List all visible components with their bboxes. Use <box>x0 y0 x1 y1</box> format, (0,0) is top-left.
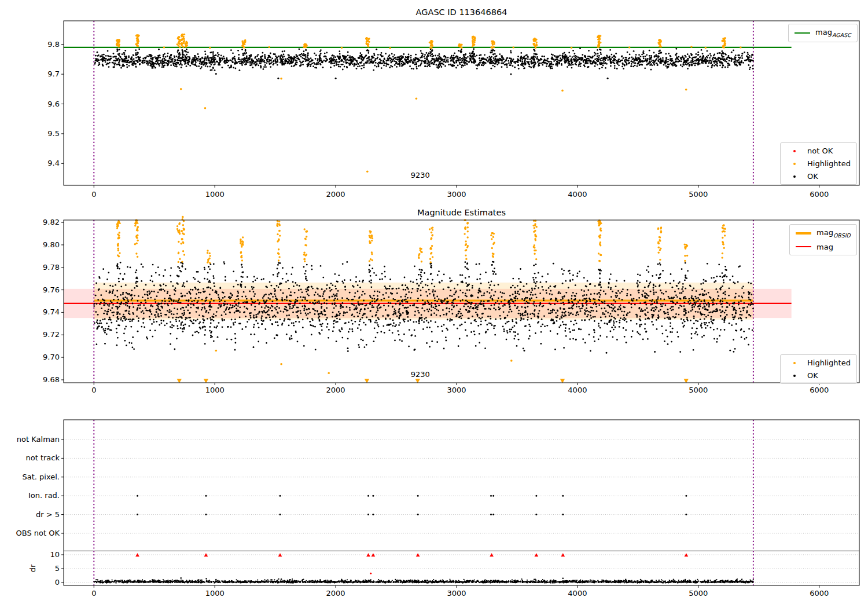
plot3-x-tick-label: 4000 <box>568 589 587 598</box>
mag-obsid-line-swatch <box>796 232 811 235</box>
plot2-y-tick-label: 9.78 <box>25 263 60 272</box>
plot2-x-tick-label: 3000 <box>447 386 466 394</box>
plot3-category-label: Sat. pixel. <box>5 473 60 481</box>
legend-label-ok2: OK <box>807 371 818 380</box>
plot3-dr-tick-label: 0 <box>25 578 60 587</box>
plot2-y-tick-label: 9.82 <box>25 218 60 226</box>
plot1-obsid-annotation: 9230 <box>411 171 430 180</box>
plot1-title: AGASC ID 113646864 <box>64 8 859 17</box>
plot1-x-tick-label: 5000 <box>689 190 708 199</box>
plot3-x-tick-label: 1000 <box>205 589 225 598</box>
legend-row-mag-agasc: magAGASC <box>795 28 851 38</box>
plot3-category-label: OBS not OK <box>5 529 60 537</box>
not-ok-dot-icon <box>786 150 802 152</box>
legend-label-mag-agasc: magAGASC <box>815 28 851 38</box>
plot3-x-tick-label: 5000 <box>689 589 708 598</box>
highlighted-dot-icon <box>786 163 802 165</box>
plot2-x-tick-label: 2000 <box>326 386 345 394</box>
plot2-x-tick-label: 6000 <box>810 386 829 394</box>
plot2-scatter-legend: Highlighted OK <box>780 354 857 384</box>
ok-dot-icon <box>786 175 802 178</box>
plot1-scatter-legend: not OK Highlighted OK <box>780 142 857 185</box>
plot3-category-label: Ion. rad. <box>5 491 60 500</box>
legend-label-not-ok: not OK <box>807 146 833 155</box>
plot1-x-tick-label: 3000 <box>447 190 466 199</box>
plot2-y-tick-label: 9.68 <box>25 375 60 384</box>
legend-label-mag: mag <box>816 243 833 251</box>
plot2-y-tick-label: 9.70 <box>25 353 60 361</box>
ok-dot-icon <box>786 375 802 377</box>
legend-row-ok: OK <box>786 172 851 181</box>
legend-row-ok2: OK <box>786 371 851 380</box>
plot2-x-tick-label: 4000 <box>568 386 587 394</box>
plot2-y-tick-label: 9.72 <box>25 330 60 339</box>
legend-row-highlighted: Highlighted <box>786 159 851 168</box>
plot1-x-tick-label: 2000 <box>326 190 345 199</box>
plot3-dr-tick-label: 5 <box>25 564 60 573</box>
plot2-line-legend: magOBSID mag <box>789 224 857 255</box>
plot3-dr-tick-label: 10 <box>25 550 60 559</box>
legend-label-mag-obsid: magOBSID <box>816 228 851 239</box>
mag-line-swatch <box>796 246 811 247</box>
legend-label-ok: OK <box>807 172 818 181</box>
plot2-y-tick-label: 9.74 <box>25 307 60 316</box>
figure: AGASC ID 113646864 Magnitude Estimates 9… <box>0 0 868 608</box>
plot3-x-tick-label: 3000 <box>447 589 466 598</box>
plot1-x-tick-label: 4000 <box>568 190 587 199</box>
plot2-y-tick-label: 9.76 <box>25 285 60 294</box>
plot2-y-tick-label: 9.80 <box>25 240 60 249</box>
plot3-x-tick-label: 6000 <box>810 589 829 598</box>
plot2-x-tick-label: 1000 <box>205 386 225 394</box>
plot2-title: Magnitude Estimates <box>64 208 859 217</box>
mag-agasc-line-swatch <box>795 32 810 34</box>
legend-row-not-ok: not OK <box>786 146 851 155</box>
legend-label-highlighted2: Highlighted <box>807 358 851 367</box>
plot3-category-label: dr > 5 <box>5 510 60 519</box>
plot2-obsid-annotation: 9230 <box>411 370 430 379</box>
plot3-x-tick-label: 0 <box>91 589 96 598</box>
highlighted-dot-icon <box>786 362 802 364</box>
plot2-x-tick-label: 5000 <box>689 386 708 394</box>
plot1-y-tick-label: 9.4 <box>25 159 60 167</box>
plot1-line-legend: magAGASC <box>788 24 858 42</box>
plot1-x-tick-label: 1000 <box>205 190 225 199</box>
plots-canvas <box>0 0 868 608</box>
plot1-x-tick-label: 0 <box>91 190 96 199</box>
legend-row-mag: mag <box>796 243 851 251</box>
plot1-y-tick-label: 9.7 <box>25 69 60 78</box>
plot2-x-tick-label: 0 <box>91 386 96 394</box>
plot3-x-tick-label: 2000 <box>326 589 345 598</box>
plot1-y-tick-label: 9.5 <box>25 129 60 138</box>
legend-row-mag-obsid: magOBSID <box>796 228 851 239</box>
legend-label-highlighted: Highlighted <box>807 159 851 168</box>
plot1-x-tick-label: 6000 <box>810 190 829 199</box>
plot1-y-tick-label: 9.8 <box>25 40 60 49</box>
plot1-y-tick-label: 9.6 <box>25 100 60 108</box>
plot3-category-label: not track <box>5 453 60 462</box>
legend-row-highlighted2: Highlighted <box>786 358 851 367</box>
plot3-category-label: not Kalman <box>5 435 60 444</box>
